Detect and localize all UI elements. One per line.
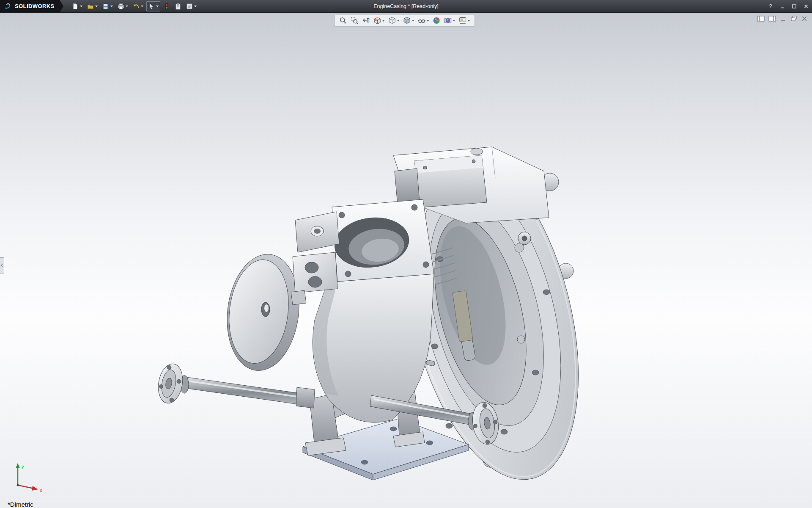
- logo-arrow: [60, 0, 63, 13]
- zoom-to-fit-icon: [339, 17, 347, 25]
- select-button[interactable]: [146, 1, 160, 11]
- hide-show-items-button[interactable]: [418, 17, 429, 25]
- flywheel-cover[interactable]: [221, 250, 305, 375]
- file-properties-button[interactable]: [173, 1, 183, 11]
- minimize-button[interactable]: [776, 0, 788, 13]
- view-orientation-button[interactable]: [388, 17, 400, 25]
- dassault-systemes-logo-icon: [4, 3, 12, 10]
- options-caret[interactable]: [194, 6, 197, 7]
- undo-button[interactable]: [131, 1, 145, 11]
- save-icon: [102, 3, 109, 10]
- hide-show-items-icon: [418, 17, 426, 25]
- window-controls: ?: [765, 0, 812, 12]
- restore-document-icon: [790, 16, 797, 22]
- brand-text: SOLIDWORKS: [15, 3, 55, 9]
- minimize-document-button[interactable]: [780, 16, 787, 23]
- main-toolbar: [70, 1, 198, 11]
- window-title: EngineCasing * [Read-only]: [373, 3, 439, 9]
- previous-view-icon: [362, 17, 370, 25]
- options-icon: [186, 3, 193, 10]
- view-orientation-cube-icon: [388, 17, 396, 25]
- open-caret[interactable]: [95, 6, 98, 7]
- zoom-to-fit-button[interactable]: [339, 17, 347, 25]
- open-button[interactable]: [85, 1, 99, 11]
- zoom-to-area-icon: [351, 17, 359, 25]
- pane-right-button[interactable]: [768, 16, 776, 23]
- new-document-caret[interactable]: [80, 6, 82, 7]
- engine-casing-model[interactable]: [0, 13, 812, 508]
- apply-scene-caret[interactable]: [453, 20, 455, 22]
- display-style-button[interactable]: [403, 17, 414, 25]
- view-settings-button[interactable]: [459, 17, 470, 25]
- undo-icon: [133, 3, 140, 10]
- print-button[interactable]: [116, 1, 130, 11]
- save-caret[interactable]: [110, 6, 113, 7]
- previous-view-button[interactable]: [362, 17, 370, 25]
- view-settings-caret[interactable]: [468, 20, 470, 22]
- new-document-icon: [72, 3, 79, 10]
- maximize-icon: [792, 4, 797, 9]
- document-window-controls: [757, 16, 808, 23]
- pane-right-icon: [768, 16, 776, 22]
- open-folder-icon: [87, 3, 94, 10]
- graphics-area[interactable]: y x *Dimetric: [0, 13, 812, 508]
- save-button[interactable]: [101, 1, 115, 11]
- rebuild-button[interactable]: [162, 1, 172, 11]
- pane-left-button[interactable]: [757, 16, 765, 23]
- app-logo: SOLIDWORKS: [0, 0, 60, 13]
- view-orientation-label: *Dimetric: [8, 501, 33, 508]
- view-settings-icon: [459, 17, 467, 25]
- panel-collapse-handle[interactable]: [0, 257, 4, 273]
- headsup-view-toolbar: [335, 15, 475, 26]
- section-view-icon: [373, 17, 381, 25]
- print-icon: [118, 3, 124, 10]
- edit-appearance-ball-icon: [433, 17, 441, 25]
- select-cursor-icon: [148, 3, 155, 10]
- rebuild-traffic-light-icon: [163, 3, 170, 10]
- solidworks-window: { "window": { "brand": "SOLIDWORKS", "ti…: [0, 0, 812, 508]
- section-view-caret[interactable]: [382, 20, 385, 22]
- close-icon: [804, 4, 809, 9]
- select-caret[interactable]: [156, 6, 159, 7]
- orientation-triad: y x: [10, 459, 48, 497]
- hide-show-items-caret[interactable]: [427, 20, 429, 22]
- restore-document-button[interactable]: [790, 16, 797, 23]
- options-button[interactable]: [184, 1, 198, 11]
- minimize-document-icon: [780, 16, 787, 22]
- view-orientation-caret[interactable]: [397, 20, 400, 22]
- display-style-caret[interactable]: [412, 20, 414, 22]
- section-view-button[interactable]: [373, 17, 385, 25]
- display-style-icon: [403, 17, 411, 25]
- help-icon: ?: [769, 3, 772, 9]
- close-button[interactable]: [800, 0, 812, 13]
- apply-scene-button[interactable]: [444, 17, 455, 25]
- help-button[interactable]: ?: [765, 0, 776, 13]
- title-bar: SOLIDWORKS: [0, 0, 812, 13]
- triad-y-label: y: [22, 464, 24, 469]
- close-document-icon: [801, 16, 808, 22]
- apply-scene-icon: [444, 17, 452, 25]
- pane-left-icon: [757, 16, 765, 22]
- new-document-button[interactable]: [70, 1, 84, 11]
- triad-x-label: x: [40, 488, 42, 493]
- undo-caret[interactable]: [141, 6, 143, 7]
- edit-appearance-button[interactable]: [433, 17, 441, 25]
- close-document-button[interactable]: [801, 16, 808, 23]
- chevron-left-icon: [0, 263, 3, 268]
- minimize-icon: [780, 4, 785, 9]
- file-properties-icon: [175, 3, 181, 10]
- zoom-to-area-button[interactable]: [351, 17, 359, 25]
- print-caret[interactable]: [126, 6, 128, 7]
- maximize-button[interactable]: [788, 0, 800, 13]
- left-axle[interactable]: [155, 362, 315, 408]
